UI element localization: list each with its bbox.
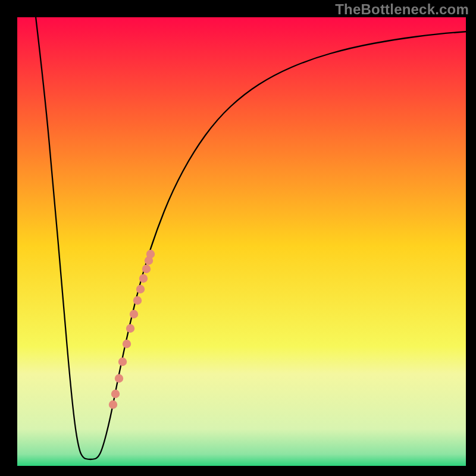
chart-svg bbox=[0, 0, 476, 476]
marker-dot bbox=[111, 390, 120, 398]
marker-dot bbox=[142, 265, 151, 273]
marker-dot bbox=[146, 250, 155, 258]
marker-dot bbox=[139, 274, 148, 283]
chart-container: TheBottleneck.com bbox=[0, 0, 476, 476]
gradient-panel bbox=[17, 17, 475, 475]
marker-dot bbox=[133, 296, 142, 305]
watermark-label: TheBottleneck.com bbox=[335, 1, 469, 18]
marker-dot bbox=[130, 310, 138, 318]
marker-dot bbox=[123, 340, 131, 348]
marker-dot bbox=[115, 374, 123, 383]
marker-dot bbox=[136, 285, 145, 293]
marker-dot bbox=[109, 400, 117, 409]
marker-dot bbox=[126, 324, 134, 333]
marker-dot bbox=[118, 358, 127, 366]
